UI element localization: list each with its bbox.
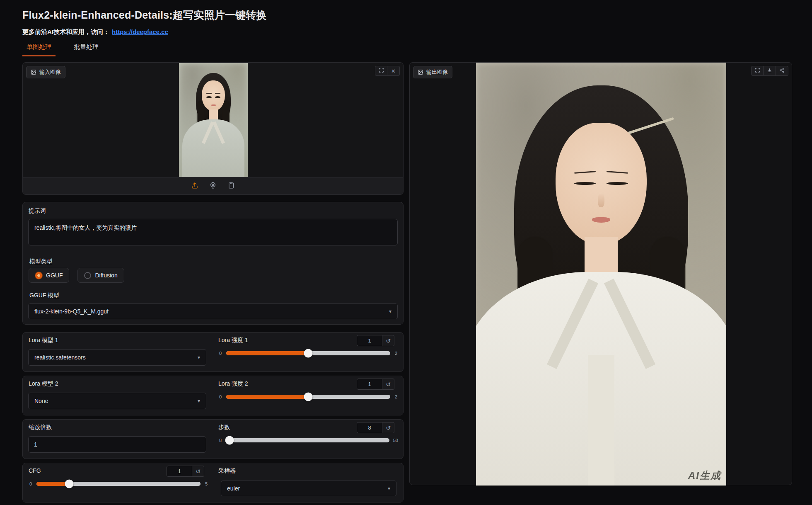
lora1-group: Lora 模型 1 realistic.safetensors ▾ Lora 强… bbox=[22, 332, 404, 372]
cfg-sampler-group: CFG ↺ 0 5 采样器 euler ▾ bbox=[22, 463, 404, 503]
slider-max: 5 bbox=[204, 481, 208, 486]
output-download-button[interactable] bbox=[764, 66, 776, 76]
output-art-face bbox=[556, 123, 647, 245]
close-icon: ✕ bbox=[391, 68, 396, 74]
radio-selected-icon bbox=[35, 272, 42, 279]
steps-reset-button[interactable]: ↺ bbox=[382, 422, 394, 433]
gguf-model-dropdown[interactable]: flux-2-klein-9b-Q5_K_M.gguf ▾ bbox=[28, 303, 398, 319]
ai-generated-watermark: AI生成 bbox=[688, 469, 721, 482]
cfg-slider-row: 0 5 bbox=[29, 481, 208, 486]
input-source-bar bbox=[23, 177, 403, 194]
steps-slider[interactable] bbox=[226, 438, 389, 442]
chevron-down-icon: ▾ bbox=[198, 398, 200, 404]
sampler-dropdown[interactable]: euler ▾ bbox=[221, 481, 396, 496]
slider-min: 0 bbox=[218, 351, 222, 356]
lora1-strength-number[interactable] bbox=[357, 335, 382, 346]
subtitle-text: 更多前沿AI技术和应用，访问： bbox=[22, 28, 109, 35]
sampler-label: 采样器 bbox=[218, 467, 236, 475]
radio-gguf[interactable]: GGUF bbox=[29, 268, 69, 283]
lora2-model-label: Lora 模型 2 bbox=[29, 380, 58, 388]
chevron-down-icon: ▾ bbox=[389, 308, 392, 314]
radio-diffusion[interactable]: Diffusion bbox=[77, 268, 124, 283]
tab-single-image[interactable]: 单图处理 bbox=[22, 41, 56, 56]
output-fullscreen-button[interactable] bbox=[751, 66, 764, 76]
lora1-strength-slider[interactable] bbox=[226, 351, 390, 355]
page-title: Flux2-klein-Enhanced-Details:超写实照片一键转换 bbox=[22, 8, 267, 22]
fullscreen-icon bbox=[755, 68, 760, 74]
gguf-model-value: flux-2-klein-9b-Q5_K_M.gguf bbox=[34, 308, 109, 315]
steps-slider-row: 8 50 bbox=[218, 438, 398, 443]
subtitle: 更多前沿AI技术和应用，访问：https://deepface.cc bbox=[22, 28, 168, 36]
slider-min: 0 bbox=[29, 481, 33, 486]
scale-input[interactable] bbox=[28, 436, 206, 453]
clipboard-icon bbox=[227, 182, 235, 190]
lora2-strength-number[interactable] bbox=[357, 379, 382, 390]
deepface-link[interactable]: https://deepface.cc bbox=[112, 28, 168, 35]
lora2-group: Lora 模型 2 None ▾ Lora 强度 2 ↺ 0 2 bbox=[22, 376, 404, 415]
slider-handle[interactable] bbox=[65, 480, 74, 488]
chevron-down-icon: ▾ bbox=[388, 486, 390, 491]
slider-max: 2 bbox=[394, 351, 398, 356]
input-panel-label: 输入图像 bbox=[39, 68, 61, 76]
reset-icon: ↺ bbox=[386, 425, 391, 431]
input-fullscreen-button[interactable] bbox=[375, 66, 387, 76]
tab-bar: 单图处理 批量处理 bbox=[22, 41, 103, 56]
upload-button[interactable] bbox=[191, 182, 198, 190]
prompt-form-group: 提示词 realistic,将图中的女人，变为真实的照片 模型类型 GGUF D… bbox=[22, 202, 404, 325]
tab-batch[interactable]: 批量处理 bbox=[70, 41, 103, 56]
slider-fill bbox=[36, 482, 69, 486]
webcam-button[interactable] bbox=[209, 182, 217, 190]
radio-gguf-label: GGUF bbox=[46, 272, 63, 279]
reset-icon: ↺ bbox=[196, 468, 201, 475]
slider-max: 50 bbox=[393, 438, 398, 443]
lora1-model-dropdown[interactable]: realistic.safetensors ▾ bbox=[28, 349, 206, 366]
input-art-face bbox=[202, 80, 225, 111]
lora2-model-value: None bbox=[34, 398, 48, 404]
output-panel-label: 输出图像 bbox=[426, 68, 448, 76]
scale-steps-group: 缩放倍数 步数 ↺ 8 50 bbox=[22, 419, 404, 459]
output-image-panel: 输出图像 bbox=[409, 62, 792, 485]
chevron-down-icon: ▾ bbox=[198, 354, 200, 360]
slider-max: 2 bbox=[394, 394, 398, 399]
output-share-button[interactable] bbox=[776, 66, 788, 76]
lora1-strength-slider-row: 0 2 bbox=[218, 351, 398, 356]
slider-handle[interactable] bbox=[304, 393, 313, 401]
cfg-number[interactable] bbox=[167, 466, 192, 477]
lora1-reset-button[interactable]: ↺ bbox=[382, 335, 394, 346]
radio-diffusion-label: Diffusion bbox=[95, 272, 117, 279]
lora1-model-value: realistic.safetensors bbox=[34, 354, 86, 361]
scale-label: 缩放倍数 bbox=[29, 424, 52, 431]
upload-icon bbox=[191, 182, 198, 190]
slider-min: 0 bbox=[218, 394, 222, 399]
cfg-reset-button[interactable]: ↺ bbox=[192, 466, 204, 477]
image-icon bbox=[418, 69, 423, 75]
webcam-icon bbox=[209, 182, 217, 190]
gguf-model-label: GGUF 模型 bbox=[29, 292, 59, 299]
reset-icon: ↺ bbox=[386, 337, 391, 344]
input-clear-button[interactable]: ✕ bbox=[387, 66, 400, 76]
steps-number[interactable] bbox=[357, 422, 382, 433]
slider-handle[interactable] bbox=[304, 349, 313, 358]
lora2-strength-label: Lora 强度 2 bbox=[218, 380, 248, 388]
prompt-input[interactable]: realistic,将图中的女人，变为真实的照片 bbox=[28, 219, 398, 245]
input-art-robe bbox=[182, 119, 244, 178]
slider-fill bbox=[226, 395, 308, 399]
cfg-label: CFG bbox=[29, 467, 41, 474]
cfg-slider[interactable] bbox=[36, 482, 201, 486]
lora2-strength-slider[interactable] bbox=[226, 395, 390, 399]
fullscreen-icon bbox=[379, 68, 384, 74]
prompt-label: 提示词 bbox=[29, 207, 46, 215]
lora2-reset-button[interactable]: ↺ bbox=[382, 379, 394, 390]
output-art-robe bbox=[476, 272, 726, 486]
slider-handle[interactable] bbox=[225, 436, 234, 445]
image-icon bbox=[31, 69, 36, 75]
download-icon bbox=[767, 68, 772, 74]
lora1-strength-label: Lora 强度 1 bbox=[218, 337, 248, 344]
output-image: AI生成 bbox=[476, 63, 726, 486]
lora2-model-dropdown[interactable]: None ▾ bbox=[28, 393, 206, 409]
output-panel-badge: 输出图像 bbox=[413, 66, 452, 78]
input-image bbox=[179, 63, 248, 178]
input-image-panel: 输入图像 ✕ bbox=[22, 62, 404, 195]
model-type-radio-group: GGUF Diffusion bbox=[29, 268, 124, 283]
clipboard-button[interactable] bbox=[227, 182, 235, 190]
